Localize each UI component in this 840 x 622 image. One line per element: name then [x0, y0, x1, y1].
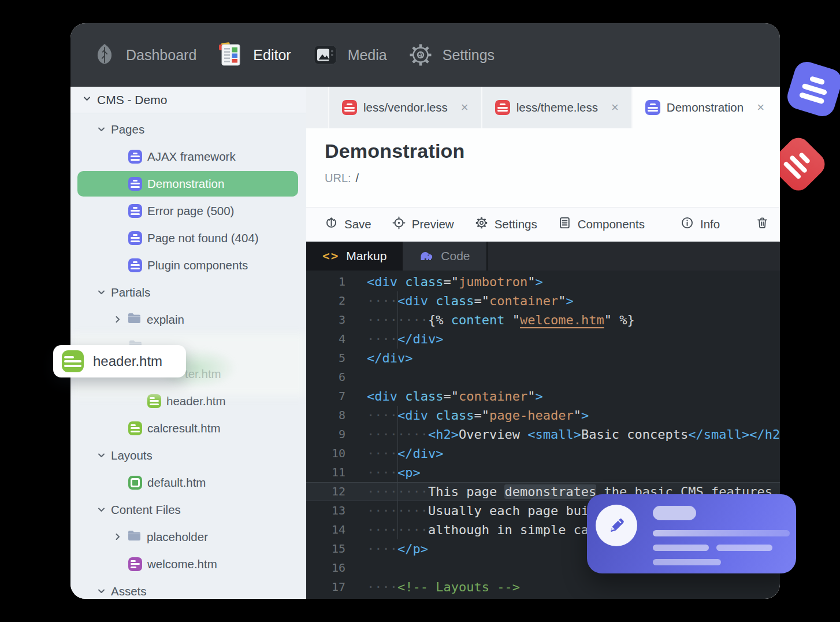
line-number: 2: [306, 291, 345, 310]
sidebar-item-page-not-found-404[interactable]: Page not found (404): [70, 224, 306, 251]
code-line-3: 3········{% content "welcome.htm" %}: [306, 310, 780, 329]
chevron-down-icon: [97, 451, 106, 460]
sidebar-folder-explain[interactable]: explain: [70, 306, 306, 333]
nav-item-settings[interactable]: Settings: [408, 42, 495, 68]
section-label: Pages: [111, 123, 144, 136]
drag-ghost-label: header.htm: [93, 353, 162, 369]
indent-guide: [397, 291, 398, 310]
indent-guide: [397, 425, 398, 444]
settings-button[interactable]: Settings: [475, 216, 537, 232]
code-line-5: 5</div>: [306, 349, 780, 368]
sidebar-item-default-htm[interactable]: default.htm: [70, 469, 306, 496]
tab-label: less/vendor.less: [363, 101, 448, 114]
preview-button[interactable]: Preview: [392, 216, 454, 232]
file-label: Demonstration: [147, 177, 224, 191]
section-label: Assets: [111, 584, 147, 598]
october-leaf-logo-icon: [92, 43, 117, 67]
line-number: 9: [306, 425, 345, 444]
editor-tab-label: Markup: [346, 249, 386, 263]
skeleton-line-3: [653, 559, 721, 565]
nav-item-editor[interactable]: Editor: [217, 42, 291, 68]
sidebar-section-layouts[interactable]: Layouts: [70, 442, 306, 469]
nav-item-label: Media: [348, 47, 387, 64]
close-icon[interactable]: ×: [757, 100, 764, 115]
line-number: 11: [306, 463, 345, 482]
editor-tab-code[interactable]: Code: [403, 242, 487, 271]
folder-label: explain: [147, 313, 184, 327]
content-file-icon: [128, 557, 142, 571]
info-button[interactable]: Info: [681, 216, 720, 232]
selected-row: Demonstration: [77, 171, 298, 197]
php-elephant-icon: [419, 248, 434, 265]
nav-item-label: Settings: [443, 47, 495, 64]
sidebar-item-error-page-500[interactable]: Error page (500): [70, 197, 306, 224]
close-icon[interactable]: ×: [611, 100, 619, 115]
sidebar-section-pages[interactable]: Pages: [70, 116, 306, 143]
page-header: Demonstration URL:/: [306, 128, 780, 207]
skeleton-line-2b: [716, 545, 772, 551]
indent-guide: [397, 444, 398, 463]
page-file-icon: [128, 258, 142, 272]
code-line-18: 18····<h2>Layouts</h2>: [306, 597, 780, 599]
close-icon[interactable]: ×: [461, 100, 469, 115]
editor-tab-markup[interactable]: <>Markup: [306, 242, 403, 271]
section-label: Content Files: [111, 503, 181, 517]
sidebar-folder-placeholder[interactable]: placeholder: [70, 523, 306, 550]
components-button[interactable]: Components: [558, 216, 645, 232]
chevron-down-icon: [83, 94, 91, 105]
tab-label: less/theme.less: [516, 101, 598, 114]
file-label: welcome.htm: [147, 557, 217, 571]
sidebar-item-demonstration[interactable]: Demonstration: [70, 170, 306, 197]
tabbar-spacer: [306, 87, 329, 128]
save-icon: [325, 216, 338, 232]
code-line-11: 11····<p>: [306, 463, 780, 482]
sidebar-section-assets[interactable]: Assets: [70, 577, 306, 599]
code-brackets-icon: <>: [322, 249, 339, 263]
media-icon: [312, 43, 339, 67]
drag-ghost-header-htm[interactable]: header.htm: [53, 345, 186, 377]
editor-tab-label: Code: [441, 249, 470, 263]
page-title: Demonstration: [325, 140, 780, 162]
line-number: 3: [306, 310, 345, 329]
file-label: AJAX framework: [147, 150, 236, 164]
chevron-right-icon: [113, 315, 122, 324]
file-type-icon: [495, 100, 510, 115]
sidebar-file-tree: CMS - Demo PagesAJAX frameworkDemonstrat…: [70, 87, 306, 599]
skeleton-line-2a: [653, 545, 709, 551]
save-button[interactable]: Save: [325, 216, 371, 232]
code-line-2: 2····<div class="container">: [306, 291, 780, 310]
document-tab-demonstration[interactable]: Demonstration×: [633, 87, 777, 128]
document-tab-less-theme-less[interactable]: less/theme.less×: [482, 87, 633, 128]
indent-guide: [397, 520, 398, 539]
nav-item-media[interactable]: Media: [312, 43, 387, 67]
folder-label: placeholder: [147, 530, 208, 544]
delete-button[interactable]: [756, 216, 769, 232]
partial-file-icon: [62, 350, 84, 372]
settings-icon: [475, 216, 488, 232]
sidebar-root[interactable]: CMS - Demo: [70, 87, 306, 113]
code-line-10: 10····</div>: [306, 444, 780, 463]
gear-icon: [408, 42, 433, 68]
sidebar-section-content-files[interactable]: Content Files: [70, 496, 306, 523]
chevron-down-icon: [97, 505, 106, 514]
nav-item-dashboard[interactable]: Dashboard: [92, 43, 196, 67]
file-label: Plugin components: [147, 258, 248, 272]
document-tab-less-vendor-less[interactable]: less/vendor.less×: [329, 87, 482, 128]
edit-tooltip-card: [587, 494, 796, 573]
indent-guide: [397, 463, 398, 482]
button-label: Settings: [495, 217, 537, 231]
sidebar-item-welcome-htm[interactable]: welcome.htm: [70, 550, 306, 577]
floating-doc-icon-purple: [785, 59, 840, 120]
code-line-7: 7<div class="container">: [306, 387, 780, 406]
editor-icon: [217, 42, 244, 68]
sidebar-item-plugin-components[interactable]: Plugin components: [70, 251, 306, 279]
tab-label: Demonstration: [667, 101, 744, 114]
sidebar-item-ajax-framework[interactable]: AJAX framework: [70, 143, 306, 170]
button-label: Preview: [412, 217, 454, 231]
sidebar-item-calcresult-htm[interactable]: calcresult.htm: [70, 414, 306, 442]
chevron-down-icon: [97, 125, 106, 134]
partial-file-icon: [128, 421, 142, 435]
indent-guide: [397, 482, 398, 501]
code-line-8: 8····<div class="page-header">: [306, 406, 780, 425]
sidebar-section-partials[interactable]: Partials: [70, 279, 306, 306]
